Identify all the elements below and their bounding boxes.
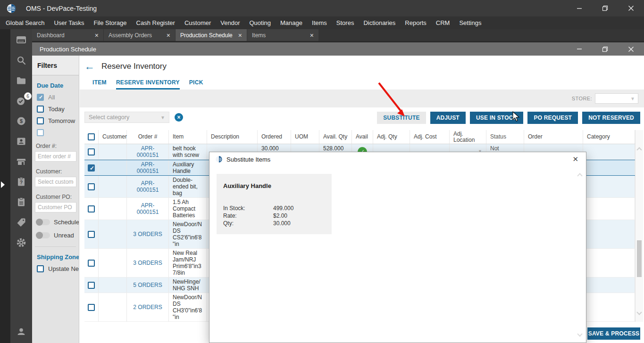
scroll-down-icon[interactable]: [636, 310, 642, 315]
checkbox[interactable]: [37, 117, 44, 124]
checkbox[interactable]: [37, 106, 44, 113]
adjust-button[interactable]: ADJUST: [430, 112, 466, 124]
menu-item-user-tasks[interactable]: User Tasks: [49, 16, 89, 29]
menu-item-stores[interactable]: Stores: [332, 16, 359, 29]
due-date-option[interactable]: Today: [37, 106, 79, 113]
sidebar-item-settings[interactable]: [14, 237, 28, 251]
close-tab-icon[interactable]: ×: [167, 32, 170, 39]
order-number-input[interactable]: [35, 151, 76, 162]
order-link[interactable]: 3 ORDERS: [133, 260, 162, 266]
tab-items[interactable]: Items×: [247, 29, 318, 41]
customer-input[interactable]: [35, 177, 76, 187]
po-request-button[interactable]: PO REQUEST: [527, 112, 578, 124]
tab-reserve-inventory[interactable]: RESERVE INVENTORY: [116, 79, 180, 90]
order-link[interactable]: APR-0000151: [131, 180, 165, 193]
menu-item-manage[interactable]: Manage: [276, 16, 307, 29]
sidebar-item-tasks[interactable]: 6: [14, 95, 28, 109]
sidebar-item-user[interactable]: [14, 325, 28, 339]
tab-item[interactable]: ITEM: [92, 79, 107, 90]
toggle-scheduled[interactable]: Scheduled: [36, 219, 79, 226]
close-tab-icon[interactable]: ×: [238, 32, 242, 39]
scroll-down-icon[interactable]: [577, 331, 582, 336]
scroll-up-icon[interactable]: [577, 173, 582, 178]
toggle-switch[interactable]: [36, 219, 50, 225]
sidebar-expand-arrow[interactable]: [1, 181, 5, 188]
menu-item-file-storage[interactable]: File Storage: [89, 16, 131, 29]
order-link[interactable]: 2 ORDERS: [133, 304, 162, 310]
inner-window-controls: [566, 42, 644, 56]
inner-minimize-button[interactable]: [566, 42, 592, 56]
menu-item-cash-register[interactable]: Cash Register: [132, 16, 180, 29]
row-checkbox[interactable]: [88, 205, 95, 212]
due-date-option[interactable]: [37, 129, 79, 136]
row-checkbox[interactable]: [88, 164, 95, 172]
dialog-close-icon[interactable]: ✕: [570, 155, 580, 163]
restore-button[interactable]: [592, 0, 618, 16]
menu-item-items[interactable]: Items: [307, 16, 332, 29]
menu-item-reports[interactable]: Reports: [400, 16, 431, 29]
inner-restore-button[interactable]: [592, 42, 618, 56]
sidebar-item-store[interactable]: [14, 155, 28, 170]
scrollbar-thumb[interactable]: [637, 240, 642, 277]
select-all-checkbox[interactable]: [88, 133, 95, 140]
order-number-cell: APR-0000151: [127, 160, 169, 175]
order-link[interactable]: APR-0000151: [131, 202, 165, 215]
order-link[interactable]: APR-0000151: [131, 145, 165, 158]
toggle-unread[interactable]: Unread: [36, 232, 79, 239]
store-select[interactable]: ▼: [595, 93, 638, 104]
shipping-zone-option[interactable]: Upstate Ne: [37, 265, 79, 272]
due-date-option[interactable]: All: [37, 94, 79, 101]
menu-item-customer[interactable]: Customer: [180, 16, 216, 29]
menu-item-dictionaries[interactable]: Dictionaries: [359, 16, 400, 29]
checkbox[interactable]: [37, 265, 44, 272]
clear-category-button[interactable]: ×: [175, 113, 183, 122]
sidebar-item-clipboard-question[interactable]: ?: [14, 176, 28, 190]
inner-close-button[interactable]: [618, 42, 644, 56]
row-checkbox[interactable]: [88, 183, 95, 190]
scroll-up-icon[interactable]: [636, 147, 642, 152]
due-date-option[interactable]: Tomorrow: [37, 117, 79, 124]
customer-po-input[interactable]: [35, 202, 76, 212]
substitute-item-card[interactable]: Auxiliary Handle In Stock:499.000Rate:$2…: [217, 174, 332, 234]
order-link[interactable]: 5 ORDERS: [133, 282, 162, 288]
substitute-button[interactable]: SUBSTITUTE: [377, 112, 426, 124]
menu-item-vendor[interactable]: Vendor: [216, 16, 244, 29]
sidebar-item-search[interactable]: [14, 54, 28, 68]
back-arrow-icon[interactable]: ←: [84, 61, 95, 72]
toggle-switch[interactable]: [36, 232, 50, 238]
minimize-button[interactable]: [566, 0, 592, 16]
use-in-stock-button[interactable]: USE IN STOCK: [470, 112, 524, 124]
tab-assembly-orders[interactable]: Assembly Orders×: [104, 29, 175, 41]
sidebar-item-dashboard[interactable]: [14, 34, 28, 48]
menu-item-settings[interactable]: Settings: [454, 16, 486, 29]
sidebar-item-folder[interactable]: [14, 74, 28, 89]
close-button[interactable]: [618, 0, 644, 16]
category-placeholder: Select category: [89, 114, 129, 121]
close-tab-icon[interactable]: ×: [310, 32, 314, 39]
table-scrollbar[interactable]: [635, 130, 643, 322]
checkbox[interactable]: [37, 94, 44, 101]
menu-item-crm[interactable]: CRM: [431, 16, 455, 29]
sidebar-item-tag[interactable]: [14, 216, 28, 230]
row-checkbox[interactable]: [88, 260, 95, 267]
row-checkbox[interactable]: [88, 282, 95, 289]
row-checkbox[interactable]: [88, 304, 95, 311]
sidebar-item-clipboard-list[interactable]: [14, 196, 28, 210]
row-checkbox[interactable]: [88, 148, 95, 155]
tab-pick[interactable]: PICK: [189, 79, 203, 90]
sidebar-item-cash[interactable]: $: [14, 115, 28, 129]
row-checkbox[interactable]: [88, 231, 95, 238]
order-link[interactable]: APR-0000151: [131, 161, 165, 174]
checkbox[interactable]: [37, 129, 44, 136]
category-cell: [583, 176, 635, 197]
tab-dashboard[interactable]: Dashboard×: [32, 29, 103, 41]
order-link[interactable]: 3 ORDERS: [133, 231, 162, 237]
not-reserved-button[interactable]: NOT RESERVED: [582, 112, 640, 124]
save-process-button[interactable]: SAVE & PROCESS: [587, 327, 640, 340]
sidebar-item-contacts[interactable]: [14, 135, 28, 149]
menu-item-global-search[interactable]: Global Search: [1, 16, 49, 29]
close-tab-icon[interactable]: ×: [95, 32, 99, 39]
menu-item-quoting[interactable]: Quoting: [244, 16, 276, 29]
category-select[interactable]: Select category ▼: [84, 112, 169, 123]
tab-production-schedule[interactable]: Production Schedule×: [176, 29, 247, 41]
